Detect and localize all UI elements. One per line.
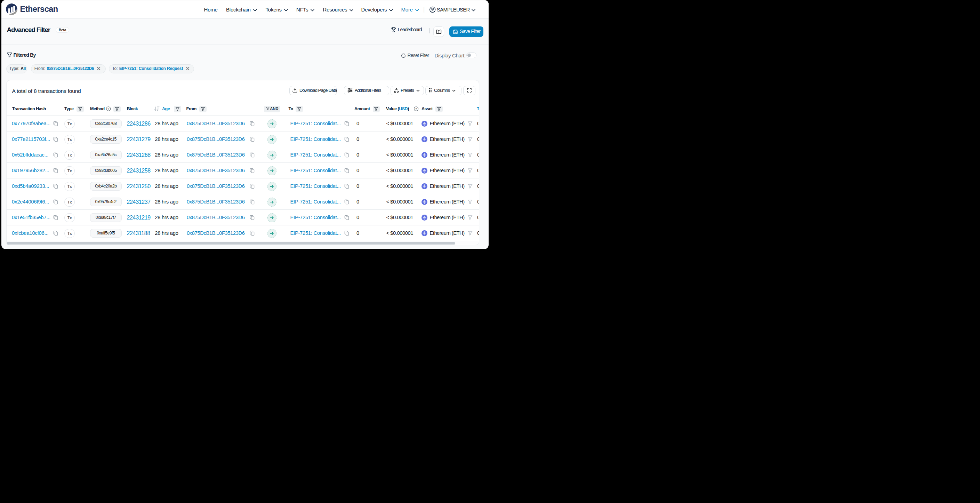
- svg-text:?: ?: [415, 108, 417, 111]
- svg-text:?: ?: [107, 108, 109, 111]
